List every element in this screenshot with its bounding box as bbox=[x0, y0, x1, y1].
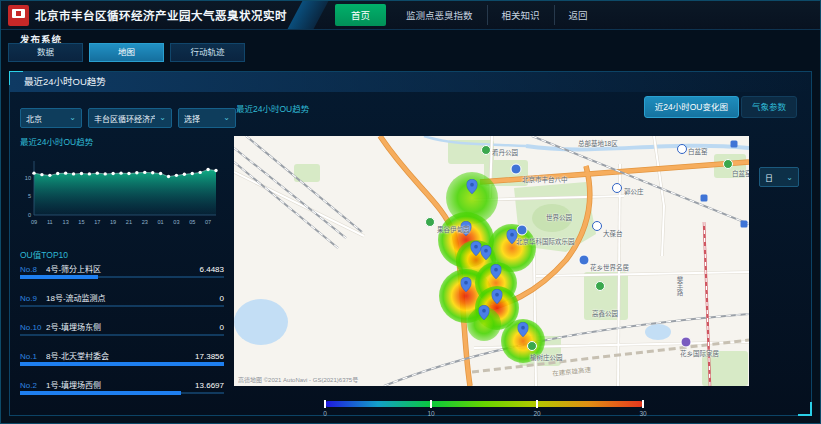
publish-tab-0[interactable]: 数据 bbox=[8, 43, 83, 62]
period-select-value: 日 bbox=[765, 172, 773, 183]
poi-icon bbox=[517, 225, 528, 236]
park-icon bbox=[527, 341, 537, 351]
legend-tick-label: 10 bbox=[427, 410, 434, 417]
svg-text:17: 17 bbox=[94, 219, 100, 225]
svg-text:5: 5 bbox=[28, 193, 31, 199]
map-place-label: 花乡世界名居 bbox=[590, 262, 629, 272]
app-header: 北京市丰台区循环经济产业园大气恶臭状况实时 首页监测点恶臭指数相关知识返回 bbox=[1, 1, 820, 30]
legend-gradient-bar bbox=[325, 401, 643, 407]
value-bar-fill bbox=[20, 391, 181, 395]
map-buttons: 近24小时OU变化图气象参数 bbox=[644, 96, 797, 118]
map-place-label: 在建京雄高速 bbox=[552, 364, 592, 378]
publish-tab-2[interactable]: 行动轨迹 bbox=[170, 43, 245, 62]
value-bar-fill bbox=[20, 362, 224, 366]
ou-color-legend: 0102030 bbox=[325, 401, 643, 417]
ou-value: 6.4483 bbox=[200, 265, 224, 274]
map-pin-icon[interactable] bbox=[481, 245, 492, 260]
map-pin-icon[interactable] bbox=[461, 277, 472, 292]
map-place-label: 果谷伊甸园 bbox=[437, 224, 470, 234]
map-place-label: 北京华科国际欢乐园 bbox=[516, 236, 575, 246]
svg-text:19: 19 bbox=[110, 219, 116, 225]
nav-item-1[interactable]: 监测点恶臭指数 bbox=[392, 5, 487, 25]
site-name: 4号-筛分上料区 bbox=[46, 263, 194, 274]
map-place-label: 北京市丰台八中 bbox=[522, 174, 568, 184]
rank-label: No.8 bbox=[20, 265, 46, 274]
map-pin-icon[interactable] bbox=[492, 289, 503, 304]
filter-select-value: 北京 bbox=[26, 113, 42, 124]
app-root: 北京市丰台区循环经济产业园大气恶臭状况实时 首页监测点恶臭指数相关知识返回 发布… bbox=[0, 0, 821, 424]
chevron-down-icon: ⌄ bbox=[159, 114, 166, 122]
period-select[interactable]: 日 ⌄ bbox=[759, 167, 799, 187]
svg-text:10: 10 bbox=[25, 175, 31, 181]
poi-icon bbox=[511, 164, 522, 175]
ou-change-map-button[interactable]: 近24小时OU变化图 bbox=[644, 96, 739, 118]
map-place-label: 樊羊路 bbox=[674, 276, 684, 296]
map-place-label: 世界公园 bbox=[546, 212, 572, 222]
chevron-down-icon: ⌄ bbox=[223, 114, 230, 122]
value-bar-fill bbox=[20, 275, 98, 279]
nav-item-0[interactable]: 首页 bbox=[335, 4, 386, 26]
filter-select-0[interactable]: 北京⌄ bbox=[20, 108, 82, 128]
map-pin-icon[interactable] bbox=[479, 305, 490, 320]
ou-value: 13.6697 bbox=[195, 381, 224, 390]
site-name: 18号-流动监测点 bbox=[46, 292, 214, 303]
weather-params-button[interactable]: 气象参数 bbox=[741, 96, 797, 118]
nav-item-3[interactable]: 返回 bbox=[554, 5, 602, 25]
ou-value: 0 bbox=[220, 294, 224, 303]
top10-row: No.84号-筛分上料区6.4483 bbox=[20, 263, 224, 292]
map-section-label: 最近24小时OU趋势 bbox=[236, 102, 309, 114]
map-canvas[interactable]: 总部基地18区看丹公园北京市丰台八中郭公庄白盆窑白盆窑公园世界公园果谷伊甸园北京… bbox=[234, 136, 749, 386]
park-icon bbox=[595, 281, 605, 291]
map-place-label: 白盆窑公园 bbox=[732, 168, 749, 178]
map-place-label: 花乡国际家居 bbox=[680, 348, 719, 358]
ou-value: 0 bbox=[220, 323, 224, 332]
svg-text:01: 01 bbox=[157, 219, 163, 225]
ou-value: 17.3856 bbox=[195, 352, 224, 361]
top10-label: OU值TOP10 bbox=[20, 248, 68, 260]
map-overlay-layer: 总部基地18区看丹公园北京市丰台八中郭公庄白盆窑白盆窑公园世界公园果谷伊甸园北京… bbox=[234, 136, 749, 386]
road-shield-icon bbox=[731, 141, 738, 148]
chevron-down-icon: ⌄ bbox=[69, 114, 76, 122]
top10-row: No.102号-填埋场东侧0 bbox=[20, 321, 224, 350]
poi-icon bbox=[681, 337, 692, 348]
site-name: 2号-填埋场东侧 bbox=[46, 321, 214, 332]
svg-text:07: 07 bbox=[205, 219, 211, 225]
filter-select-value: 丰台区循环经济产 bbox=[94, 113, 155, 124]
top10-row: No.918号-流动监测点0 bbox=[20, 292, 224, 321]
metro-station-icon bbox=[592, 221, 602, 231]
filter-dropdowns: 北京⌄丰台区循环经济产⌄选择⌄ bbox=[20, 108, 236, 128]
map-place-label: 高鑫公园 bbox=[592, 308, 618, 318]
park-icon bbox=[481, 145, 491, 155]
svg-text:11: 11 bbox=[47, 219, 53, 225]
svg-text:15: 15 bbox=[78, 219, 84, 225]
publish-tabs: 数据地图行动轨迹 bbox=[8, 43, 245, 62]
site-name: 1号-填埋场西侧 bbox=[46, 379, 189, 390]
publish-tab-1[interactable]: 地图 bbox=[89, 43, 164, 62]
svg-text:09: 09 bbox=[31, 219, 37, 225]
road-shield-icon bbox=[741, 221, 748, 228]
value-bar-track bbox=[20, 363, 224, 365]
top10-row: No.21号-填埋场西侧13.6697 bbox=[20, 379, 224, 408]
map-pin-icon[interactable] bbox=[491, 264, 502, 279]
map-pin-icon[interactable] bbox=[518, 322, 529, 337]
svg-text:03: 03 bbox=[173, 219, 179, 225]
map-place-label: 郭公庄 bbox=[624, 186, 644, 196]
map-attribution: 高德地图 ©2021 AutoNavi - GS(2021)6375号 bbox=[238, 375, 358, 384]
trend-chart-svg: 0510091113151719212301030507 bbox=[16, 148, 224, 238]
value-bar-track bbox=[20, 392, 224, 394]
rank-label: No.1 bbox=[20, 352, 46, 361]
svg-text:05: 05 bbox=[189, 219, 195, 225]
metro-station-icon bbox=[677, 144, 687, 154]
park-icon bbox=[425, 217, 435, 227]
nav-item-2[interactable]: 相关知识 bbox=[487, 5, 554, 25]
top10-row: No.18号-北天堂村委会17.3856 bbox=[20, 350, 224, 379]
app-logo bbox=[8, 5, 29, 26]
filter-select-value: 选择 bbox=[184, 113, 200, 124]
filter-select-2[interactable]: 选择⌄ bbox=[178, 108, 236, 128]
filter-select-1[interactable]: 丰台区循环经济产⌄ bbox=[88, 108, 172, 128]
value-bar-track bbox=[20, 305, 224, 307]
map-pin-icon[interactable] bbox=[467, 179, 478, 194]
page-title: 北京市丰台区循环经济产业园大气恶臭状况实时 bbox=[35, 7, 287, 23]
panel-title: 最近24小时OU趋势 bbox=[10, 72, 811, 92]
map-place-label: 总部基地18区 bbox=[578, 138, 618, 148]
